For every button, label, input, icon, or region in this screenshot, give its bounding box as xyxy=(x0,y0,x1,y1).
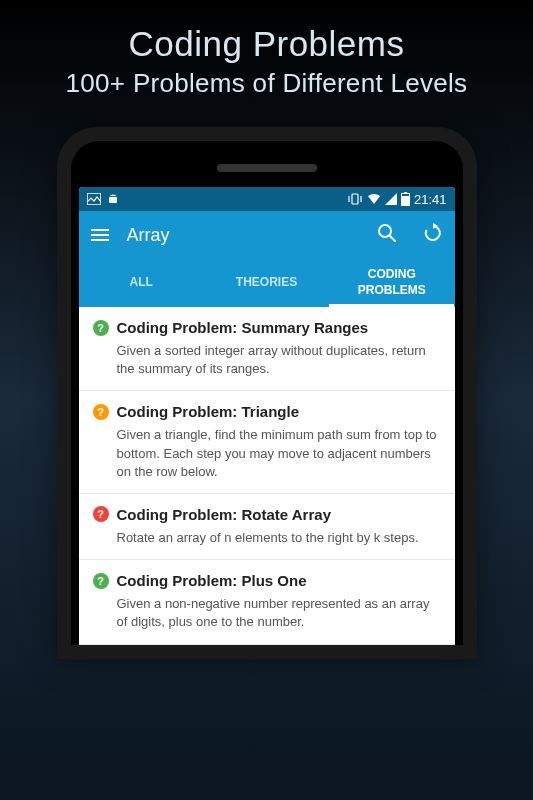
problem-description: Given a triangle, find the minimum path … xyxy=(93,426,441,481)
promo-subtitle: 100+ Problems of Different Levels xyxy=(0,64,533,99)
list-item[interactable]: ? Coding Problem: Triangle Given a trian… xyxy=(79,391,455,494)
problem-title: Coding Problem: Plus One xyxy=(117,572,307,589)
problem-description: Given a non-negative number represented … xyxy=(93,595,441,631)
problem-title: Coding Problem: Rotate Array xyxy=(117,506,331,523)
tabs: ALL THEORIES CODING PROBLEMS xyxy=(79,259,455,307)
difficulty-easy-icon: ? xyxy=(93,573,109,589)
search-icon[interactable] xyxy=(377,223,397,247)
svg-rect-1 xyxy=(109,197,117,203)
problems-list: ? Coding Problem: Summary Ranges Given a… xyxy=(79,307,455,645)
menu-icon[interactable] xyxy=(91,229,109,241)
difficulty-hard-icon: ? xyxy=(93,506,109,522)
difficulty-medium-icon: ? xyxy=(93,404,109,420)
difficulty-easy-icon: ? xyxy=(93,320,109,336)
problem-title: Coding Problem: Summary Ranges xyxy=(117,319,369,336)
wifi-icon xyxy=(367,193,381,205)
status-bar: 21:41 xyxy=(79,187,455,211)
battery-icon xyxy=(401,192,410,206)
speaker-area xyxy=(79,149,455,187)
svg-rect-4 xyxy=(352,194,358,204)
vibrate-icon xyxy=(347,193,363,205)
problem-description: Rotate an array of n elements to the rig… xyxy=(93,529,441,547)
refresh-icon[interactable] xyxy=(423,223,443,247)
phone-bezel: 21:41 Array ALL THEORIES CODING PROBLEMS xyxy=(71,141,463,645)
problem-title: Coding Problem: Triangle xyxy=(117,403,300,420)
tab-theories[interactable]: THEORIES xyxy=(204,259,329,307)
promo-title: Coding Problems xyxy=(0,0,533,64)
list-item[interactable]: ? Coding Problem: Rotate Array Rotate an… xyxy=(79,494,455,560)
app-bar-title: Array xyxy=(127,225,359,246)
signal-icon xyxy=(385,193,397,205)
list-item[interactable]: ? Coding Problem: Plus One Given a non-n… xyxy=(79,560,455,644)
phone-frame: 21:41 Array ALL THEORIES CODING PROBLEMS xyxy=(57,127,477,659)
app-bar: Array xyxy=(79,211,455,259)
picture-icon xyxy=(87,193,101,205)
screen: 21:41 Array ALL THEORIES CODING PROBLEMS xyxy=(79,187,455,645)
list-item[interactable]: ? Coding Problem: Summary Ranges Given a… xyxy=(79,307,455,391)
problem-description: Given a sorted integer array without dup… xyxy=(93,342,441,378)
android-icon xyxy=(107,193,119,205)
speaker xyxy=(217,164,317,172)
svg-point-10 xyxy=(379,225,391,237)
status-time: 21:41 xyxy=(414,192,447,207)
tab-all[interactable]: ALL xyxy=(79,259,204,307)
svg-rect-9 xyxy=(401,196,409,206)
svg-line-11 xyxy=(390,236,395,241)
tab-coding-problems[interactable]: CODING PROBLEMS xyxy=(329,259,454,307)
